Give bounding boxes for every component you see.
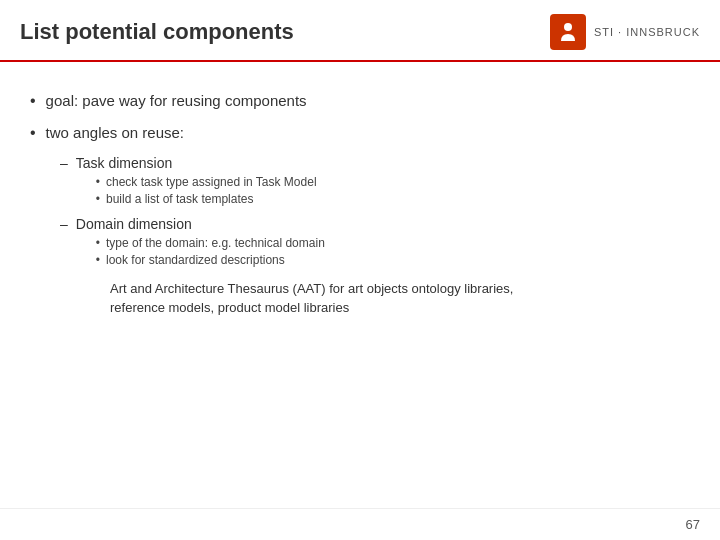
slide: List potential components STI · INNSBRUC… [0, 0, 720, 540]
svg-point-0 [564, 23, 572, 31]
domain-sub1-item: • type of the domain: e.g. technical dom… [96, 236, 325, 250]
task-sub2-item: • build a list of task templates [96, 192, 317, 206]
task-sub1-item: • check task type assigned in Task Model [96, 175, 317, 189]
bullet-angles: • two angles on reuse: [30, 122, 690, 144]
bullet-goal-text: goal: pave way for reusing components [46, 90, 307, 111]
domain-dimension-label: Domain dimension [76, 216, 192, 232]
domain-sub2-dot: • [96, 253, 100, 267]
highlight-text: Art and Architecture Thesaurus (AAT) for… [110, 281, 513, 316]
task-dimension-item: – Task dimension • check task type assig… [60, 155, 690, 210]
domain-dimension-block: Domain dimension • type of the domain: e… [76, 216, 325, 271]
domain-dimension-item: – Domain dimension • type of the domain:… [60, 216, 690, 271]
task-dimension-block: Task dimension • check task type assigne… [76, 155, 317, 210]
bullet-goal: • goal: pave way for reusing components [30, 90, 690, 112]
bullet-dot-2: • [30, 122, 36, 144]
dash-domain: – [60, 216, 68, 232]
domain-sub1-dot: • [96, 236, 100, 250]
slide-title: List potential components [20, 19, 294, 45]
logo-area: STI · INNSBRUCK [550, 14, 700, 50]
domain-sub-bullets: • type of the domain: e.g. technical dom… [96, 236, 325, 267]
highlight-box: Art and Architecture Thesaurus (AAT) for… [110, 279, 690, 318]
task-sub2-dot: • [96, 192, 100, 206]
sub-section: – Task dimension • check task type assig… [60, 155, 690, 318]
logo-icon [550, 14, 586, 50]
task-sub2-text: build a list of task templates [106, 192, 253, 206]
task-dimension-label: Task dimension [76, 155, 173, 171]
logo-text: STI · INNSBRUCK [594, 26, 700, 38]
bullet-angles-text: two angles on reuse: [46, 122, 184, 143]
task-sub-bullets: • check task type assigned in Task Model… [96, 175, 317, 206]
task-sub1-dot: • [96, 175, 100, 189]
sti-logo-svg [557, 21, 579, 43]
dash-task: – [60, 155, 68, 171]
domain-sub1-text: type of the domain: e.g. technical domai… [106, 236, 325, 250]
page-number: 67 [686, 517, 700, 532]
slide-content: • goal: pave way for reusing components … [0, 62, 720, 508]
domain-sub2-item: • look for standardized descriptions [96, 253, 325, 267]
slide-footer: 67 [0, 508, 720, 540]
slide-header: List potential components STI · INNSBRUC… [0, 0, 720, 62]
domain-sub2-text: look for standardized descriptions [106, 253, 285, 267]
bullet-dot-1: • [30, 90, 36, 112]
task-sub1-text: check task type assigned in Task Model [106, 175, 317, 189]
